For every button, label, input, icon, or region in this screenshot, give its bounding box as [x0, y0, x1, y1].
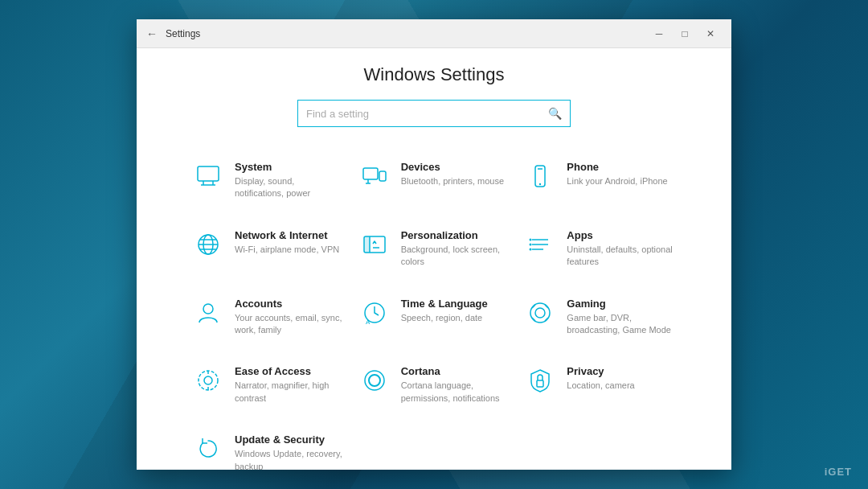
setting-desc-system: Display, sound, notifications, power: [235, 175, 343, 200]
privacy-icon: [525, 365, 555, 396]
setting-text-ease: Ease of Access Narrator, magnifier, high…: [235, 365, 343, 405]
svg-point-26: [203, 304, 213, 314]
svg-point-25: [530, 248, 532, 250]
close-button[interactable]: ✕: [699, 26, 722, 42]
setting-name-personalization: Personalization: [401, 229, 510, 241]
setting-item-privacy[interactable]: Privacy Location, camera: [517, 354, 683, 416]
svg-rect-0: [198, 166, 219, 181]
setting-item-system[interactable]: System Display, sound, notifications, po…: [185, 150, 351, 212]
svg-rect-4: [363, 168, 378, 179]
setting-desc-cortana: Cortana language, permissions, notificat…: [401, 380, 510, 405]
setting-desc-gaming: Game bar, DVR, broadcasting, Game Mode: [567, 312, 675, 337]
setting-item-ease[interactable]: Ease of Access Narrator, magnifier, high…: [185, 354, 351, 416]
svg-rect-5: [379, 171, 386, 181]
setting-desc-devices: Bluetooth, printers, mouse: [401, 175, 504, 187]
network-icon: [193, 229, 223, 260]
title-bar: ← Settings ─ □ ✕: [137, 19, 731, 48]
setting-desc-phone: Link your Android, iPhone: [567, 175, 667, 187]
setting-name-apps: Apps: [567, 229, 675, 241]
setting-name-system: System: [235, 161, 343, 173]
setting-name-cortana: Cortana: [401, 365, 510, 377]
system-icon: [193, 161, 223, 191]
devices-icon: [359, 161, 390, 191]
svg-text:A: A: [366, 318, 371, 326]
setting-desc-time: Speech, region, date: [401, 312, 488, 324]
setting-text-time: Time & Language Speech, region, date: [401, 298, 488, 324]
setting-name-privacy: Privacy: [567, 365, 634, 377]
settings-window: ← Settings ─ □ ✕ Windows Settings 🔍 Syst…: [137, 19, 731, 470]
setting-item-gaming[interactable]: Gaming Game bar, DVR, broadcasting, Game…: [517, 286, 683, 348]
cortana-icon: [359, 365, 390, 396]
setting-item-cortana[interactable]: Cortana Cortana language, permissions, n…: [351, 354, 518, 416]
svg-rect-37: [537, 380, 543, 387]
setting-text-system: System Display, sound, notifications, po…: [235, 161, 343, 200]
setting-name-phone: Phone: [567, 161, 667, 173]
svg-rect-18: [364, 236, 370, 253]
setting-name-network: Network & Internet: [235, 229, 339, 241]
setting-name-devices: Devices: [401, 161, 504, 173]
setting-text-personalization: Personalization Background, lock screen,…: [401, 229, 510, 269]
personalization-icon: [359, 229, 390, 260]
back-button[interactable]: ←: [146, 27, 158, 40]
svg-point-32: [204, 376, 212, 384]
page-title: Windows Settings: [185, 64, 683, 85]
setting-text-phone: Phone Link your Android, iPhone: [567, 161, 667, 187]
svg-point-35: [365, 371, 384, 390]
window-title: Settings: [166, 28, 648, 39]
setting-item-network[interactable]: Network & Internet Wi-Fi, airplane mode,…: [185, 218, 351, 280]
gaming-icon: [525, 298, 555, 328]
setting-desc-ease: Narrator, magnifier, high contrast: [235, 380, 343, 405]
svg-point-23: [530, 238, 532, 240]
setting-desc-privacy: Location, camera: [567, 380, 634, 392]
setting-text-apps: Apps Uninstall, defaults, optional featu…: [567, 229, 675, 269]
watermark: iGET: [825, 466, 852, 478]
setting-item-update[interactable]: Update & Security Windows Update, recove…: [185, 422, 351, 470]
setting-desc-update: Windows Update, recovery, backup: [235, 448, 343, 470]
search-input[interactable]: [306, 108, 548, 120]
search-bar[interactable]: 🔍: [297, 100, 571, 127]
setting-desc-personalization: Background, lock screen, colors: [401, 244, 510, 269]
svg-point-9: [539, 183, 541, 185]
setting-item-personalization[interactable]: Personalization Background, lock screen,…: [351, 218, 518, 280]
setting-text-cortana: Cortana Cortana language, permissions, n…: [401, 365, 510, 405]
setting-desc-apps: Uninstall, defaults, optional features: [567, 244, 675, 269]
setting-desc-accounts: Your accounts, email, sync, work, family: [235, 312, 343, 337]
minimize-button[interactable]: ─: [648, 26, 670, 42]
time-icon: A: [359, 298, 390, 328]
setting-text-network: Network & Internet Wi-Fi, airplane mode,…: [235, 229, 339, 256]
setting-text-gaming: Gaming Game bar, DVR, broadcasting, Game…: [567, 298, 675, 337]
setting-text-privacy: Privacy Location, camera: [567, 365, 634, 392]
setting-item-apps[interactable]: Apps Uninstall, defaults, optional featu…: [517, 218, 683, 280]
svg-point-30: [535, 308, 545, 318]
setting-name-gaming: Gaming: [567, 298, 675, 310]
svg-point-24: [530, 243, 532, 245]
setting-text-update: Update & Security Windows Update, recove…: [235, 434, 343, 470]
setting-name-update: Update & Security: [235, 434, 343, 446]
settings-content: Windows Settings 🔍 System Display, sound…: [137, 48, 731, 470]
maximize-button[interactable]: □: [674, 26, 696, 42]
setting-desc-network: Wi-Fi, airplane mode, VPN: [235, 244, 339, 256]
setting-item-phone[interactable]: Phone Link your Android, iPhone: [517, 150, 683, 212]
svg-point-36: [369, 375, 380, 386]
setting-item-time[interactable]: A Time & Language Speech, region, date: [351, 286, 518, 348]
phone-icon: [525, 161, 555, 191]
settings-grid: System Display, sound, notifications, po…: [185, 150, 683, 470]
ease-icon: [193, 365, 223, 396]
apps-icon: [525, 229, 555, 260]
setting-name-accounts: Accounts: [235, 298, 343, 310]
setting-text-accounts: Accounts Your accounts, email, sync, wor…: [235, 298, 343, 337]
search-icon: 🔍: [548, 107, 562, 120]
setting-text-devices: Devices Bluetooth, printers, mouse: [401, 161, 504, 187]
setting-item-accounts[interactable]: Accounts Your accounts, email, sync, wor…: [185, 286, 351, 348]
setting-name-time: Time & Language: [401, 298, 488, 310]
setting-item-devices[interactable]: Devices Bluetooth, printers, mouse: [351, 150, 518, 212]
update-icon: [193, 434, 223, 464]
setting-name-ease: Ease of Access: [235, 365, 343, 377]
accounts-icon: [193, 298, 223, 328]
window-controls: ─ □ ✕: [648, 26, 722, 42]
